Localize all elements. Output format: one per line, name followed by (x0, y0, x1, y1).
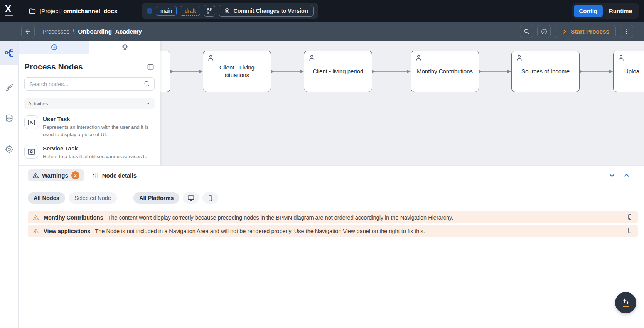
filter-selected-node[interactable]: Selected Node (69, 192, 117, 204)
bpmn-canvas[interactable]: Client - Living situations Client - livi… (160, 41, 644, 165)
app-window: X [Project] omnichannel_docs main draft … (0, 0, 644, 328)
palette-item-title: Service Task (43, 145, 155, 152)
config-tab[interactable]: Config (574, 5, 603, 17)
rail-item-theme[interactable] (0, 76, 19, 100)
search-nodes-input[interactable] (24, 77, 155, 91)
runtime-tab[interactable]: Runtime (604, 5, 637, 17)
git-branch-button[interactable] (204, 5, 215, 17)
rail-item-processes[interactable] (0, 41, 19, 65)
warning-triangle-icon (32, 172, 39, 179)
sliders-icon (93, 172, 99, 179)
bpmn-connector (580, 69, 613, 74)
check-circle-icon (541, 28, 548, 35)
process-nodes-panel: Process Nodes Activities User (19, 41, 160, 165)
arrow-left-icon (25, 28, 32, 35)
panel-tabs (19, 41, 160, 54)
play-icon (561, 29, 567, 35)
bpmn-connector (372, 69, 411, 74)
folder-icon (29, 7, 36, 15)
chevron-up-icon (145, 101, 151, 107)
node-label: Uploa (614, 51, 644, 92)
plus-circle-icon (51, 44, 58, 51)
panel-expand-up-button[interactable] (622, 171, 631, 179)
left-rail (0, 41, 19, 328)
user-task-icon (24, 115, 38, 129)
breadcrumb: Processes \ Onboarding_Academy (42, 22, 142, 41)
sidebar-toggle-icon (147, 63, 154, 71)
palette-item-user-task[interactable]: User Task Represents an interaction with… (24, 115, 155, 138)
back-button[interactable] (21, 25, 35, 38)
warning-message: The Node is not included in a Navigation… (95, 228, 425, 234)
draft-badge[interactable]: draft (180, 6, 200, 16)
project-title: [Project] omnichannel_docs (29, 0, 118, 22)
bpmn-node-client-living-period[interactable]: Client - living period (304, 51, 372, 92)
bpmn-node-partial[interactable] (160, 51, 170, 92)
sparkles-icon (620, 298, 631, 308)
top-bar: X [Project] omnichannel_docs main draft … (0, 0, 644, 22)
start-process-label: Start Process (571, 28, 609, 35)
start-process-button[interactable]: Start Process (555, 25, 616, 38)
warning-triangle-icon (33, 215, 39, 221)
chevron-down-icon (608, 171, 616, 179)
search-icon (143, 80, 150, 87)
node-label: Client - Living situations (203, 51, 271, 92)
brush-icon (5, 83, 14, 92)
warning-row[interactable]: View applications The Node is not includ… (28, 225, 638, 237)
node-details-tab[interactable]: Node details (93, 172, 137, 179)
project-prefix: [Project] (40, 8, 62, 14)
rail-item-settings[interactable] (0, 137, 19, 161)
ai-assistant-button[interactable] (615, 292, 636, 313)
warning-row[interactable]: Montlhy Contributions The content won't … (28, 211, 638, 223)
filter-all-platforms[interactable]: All Platforms (133, 192, 179, 204)
validation-status-button[interactable] (537, 25, 551, 38)
filter-all-nodes[interactable]: All Nodes (28, 192, 65, 204)
node-label: Montlhy Contributions (411, 51, 479, 92)
sync-status-icon (147, 8, 152, 14)
panel-expand-down-button[interactable] (608, 171, 616, 179)
more-options-button[interactable] (620, 25, 633, 38)
search-button[interactable] (520, 25, 533, 38)
commit-changes-label: Commit Changes to Version (233, 8, 308, 14)
activities-section-header[interactable]: Activities (24, 98, 155, 109)
mode-toggle: Config Runtime (572, 3, 639, 19)
filter-mobile[interactable] (202, 192, 218, 204)
tab-add-nodes[interactable] (19, 41, 89, 54)
chevron-up-icon (622, 171, 631, 179)
palette-item-service-task[interactable]: Service Task Refers to a task that utili… (24, 145, 155, 160)
database-icon (5, 114, 14, 123)
warnings-tab[interactable]: Warnings 2 (28, 169, 84, 181)
version-control-group: main draft Commit Changes to Version (142, 3, 318, 19)
node-label: Client - living period (304, 51, 372, 92)
breadcrumb-separator: \ (73, 28, 74, 35)
rail-item-data[interactable] (0, 107, 19, 130)
breadcrumb-current: Onboarding_Academy (78, 28, 142, 35)
commit-changes-button[interactable]: Commit Changes to Version (219, 5, 313, 17)
workflow-icon (5, 48, 14, 57)
warning-node-name: Montlhy Contributions (44, 215, 103, 221)
palette-item-description: Represents an interaction with the user … (43, 123, 155, 138)
bpmn-node-sources-of-income[interactable]: Sources of Income (511, 51, 580, 92)
phone-icon (207, 195, 214, 201)
phone-icon (627, 214, 633, 220)
activities-label: Activities (28, 101, 48, 107)
phone-icon (627, 227, 633, 233)
app-logo[interactable]: X (5, 4, 13, 16)
palette-item-title: User Task (43, 115, 155, 123)
tab-layers[interactable] (89, 41, 160, 54)
node-details-tab-label: Node details (102, 172, 137, 179)
breadcrumb-processes[interactable]: Processes (42, 28, 69, 35)
gear-icon (5, 145, 14, 154)
commit-target-icon (224, 8, 230, 14)
palette-item-description: Refers to a task that utilises various s… (43, 153, 155, 160)
collapse-panel-button[interactable] (147, 63, 154, 71)
filter-desktop[interactable] (183, 192, 199, 204)
project-name: omnichannel_docs (63, 8, 117, 14)
divider (125, 192, 125, 204)
warning-node-name: View applications (44, 228, 90, 234)
bpmn-node-upload[interactable]: Uploa (613, 51, 644, 92)
bottom-panel: Warnings 2 Node details (19, 165, 644, 328)
bpmn-node-monthly-contributions[interactable]: Montlhy Contributions (411, 51, 479, 92)
bpmn-node-client-living-situations[interactable]: Client - Living situations (203, 51, 271, 92)
kebab-menu-icon (624, 29, 630, 35)
branch-badge[interactable]: main (156, 6, 177, 16)
